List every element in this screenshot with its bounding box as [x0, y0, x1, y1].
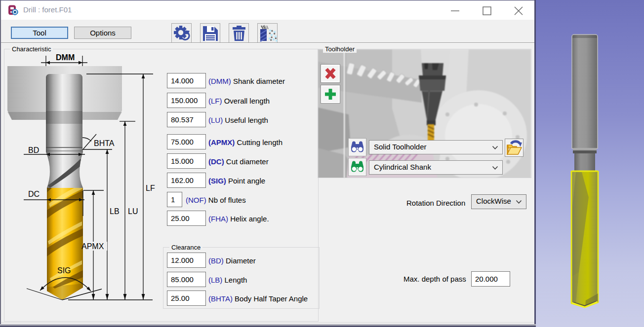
svg-text:APMX: APMX: [81, 242, 104, 251]
svg-text:BHTA: BHTA: [94, 139, 115, 147]
svg-text:LB: LB: [110, 207, 120, 216]
svg-text:DMM: DMM: [56, 53, 75, 62]
svg-text:DC: DC: [28, 190, 40, 198]
svg-text:LF: LF: [146, 184, 155, 192]
svg-text:BD: BD: [28, 146, 39, 154]
svg-text:SIG: SIG: [57, 266, 71, 275]
svg-text:LU: LU: [128, 207, 138, 216]
